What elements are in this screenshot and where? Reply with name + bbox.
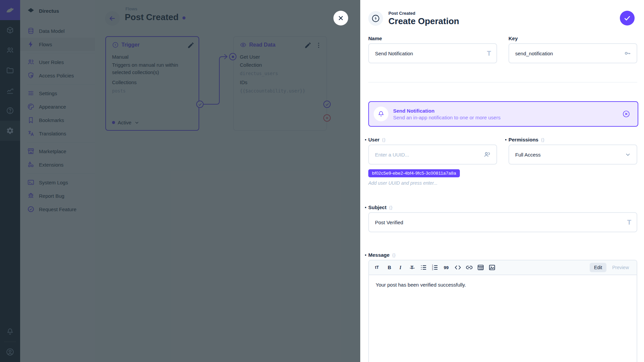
bold-icon[interactable]: B <box>384 262 394 273</box>
text-format-icon: T <box>487 50 491 57</box>
check-icon <box>623 14 631 22</box>
strikethrough-icon[interactable]: T <box>407 262 417 273</box>
operation-type-title: Send Notification <box>393 108 622 114</box>
bell-icon <box>377 110 385 118</box>
name-label: Name <box>368 36 497 41</box>
user-helper-text: Add user UUID and press enter... <box>368 180 497 186</box>
drawer-overlay[interactable] <box>0 0 360 362</box>
operation-type-description: Send an in-app notification to one or mo… <box>393 115 622 120</box>
deselect-operation-button[interactable] <box>622 110 630 118</box>
name-input[interactable] <box>375 51 479 56</box>
svg-text:3: 3 <box>432 268 433 270</box>
section-divider <box>368 82 637 82</box>
create-operation-drawer: Post Created Create Operation Name T Key <box>360 0 644 362</box>
drawer-title: Create Operation <box>388 16 459 26</box>
bolt-circle-icon <box>371 14 380 23</box>
user-permissions-row: User {} bf02c5e9-ebe2-4bf4-9fc5-3c00811a… <box>368 137 637 186</box>
raw-value-icon[interactable]: {} <box>382 137 386 142</box>
message-field-group: Message {} tT B I T 123 99 Edit <box>368 252 637 362</box>
name-field-group: Name T <box>368 36 497 63</box>
markdown-editor: tT B I T 123 99 Edit Preview Your post h… <box>368 260 637 362</box>
name-key-row: Name T Key <box>368 36 637 63</box>
name-input-wrap: T <box>368 43 497 63</box>
permissions-field-group: Permissions {} Full Access <box>508 137 637 186</box>
message-label: Message {} <box>368 252 637 258</box>
user-field-group: User {} bf02c5e9-ebe2-4bf4-9fc5-3c00811a… <box>368 137 497 186</box>
svg-text:I: I <box>399 265 401 270</box>
key-field-group: Key <box>508 36 637 63</box>
edit-mode-button[interactable]: Edit <box>590 263 606 272</box>
user-uuid-chip[interactable]: bf02c5e9-ebe2-4bf4-9fc5-3c00811a7a8a <box>368 169 460 177</box>
user-input-wrap <box>368 144 497 165</box>
table-icon[interactable] <box>476 262 486 273</box>
drawer-header-icon <box>368 11 383 26</box>
key-input[interactable] <box>515 51 619 56</box>
permissions-select[interactable]: Full Access <box>508 144 637 165</box>
ordered-list-icon[interactable]: 123 <box>430 262 440 273</box>
heading-icon[interactable]: tT <box>373 262 383 273</box>
chevron-down-icon <box>625 151 631 158</box>
subject-input[interactable] <box>375 220 619 225</box>
subject-input-wrap: T <box>368 212 637 232</box>
blockquote-icon[interactable]: 99 <box>441 262 451 273</box>
code-icon[interactable] <box>453 262 463 273</box>
key-icon <box>624 50 631 57</box>
svg-text:T: T <box>411 265 414 270</box>
key-input-wrap <box>508 43 637 63</box>
link-icon[interactable] <box>464 262 474 273</box>
raw-value-icon[interactable]: {} <box>392 252 396 257</box>
operation-type-banner[interactable]: Send Notification Send an in-app notific… <box>368 101 638 127</box>
subject-label: Subject {} <box>368 204 637 210</box>
key-label: Key <box>508 36 637 41</box>
close-drawer-button[interactable] <box>333 11 348 25</box>
save-button[interactable] <box>620 11 635 25</box>
raw-value-icon[interactable]: {} <box>541 137 545 142</box>
user-chips: bf02c5e9-ebe2-4bf4-9fc5-3c00811a7a8a <box>368 169 497 177</box>
user-uuid-input[interactable] <box>375 152 479 158</box>
user-label: User {} <box>368 137 497 142</box>
image-icon[interactable] <box>487 262 497 273</box>
permissions-label: Permissions {} <box>508 137 637 142</box>
people-icon[interactable] <box>483 150 491 159</box>
circle-x-icon <box>622 110 630 118</box>
svg-text:99: 99 <box>444 265 448 270</box>
drawer-header: Post Created Create Operation <box>368 10 637 27</box>
drawer-breadcrumb: Post Created <box>388 11 459 16</box>
svg-text:B: B <box>388 265 391 270</box>
notification-operation-icon <box>374 107 388 121</box>
close-icon <box>337 14 344 22</box>
screen: Directus Data Model Flows User Roles Acc… <box>0 0 644 362</box>
italic-icon[interactable]: I <box>396 262 406 273</box>
message-textarea[interactable]: Your post has been verified successfully… <box>369 275 637 294</box>
preview-mode-button[interactable]: Preview <box>608 263 633 272</box>
text-format-icon: T <box>627 219 631 226</box>
operation-type-text: Send Notification Send an in-app notific… <box>393 108 622 120</box>
svg-text:tT: tT <box>375 265 379 270</box>
bullet-list-icon[interactable] <box>419 262 429 273</box>
raw-value-icon[interactable]: {} <box>389 205 393 210</box>
editor-toolbar: tT B I T 123 99 Edit Preview <box>369 260 637 275</box>
drawer-titles: Post Created Create Operation <box>388 11 459 26</box>
subject-field-group: Subject {} T <box>368 204 637 232</box>
